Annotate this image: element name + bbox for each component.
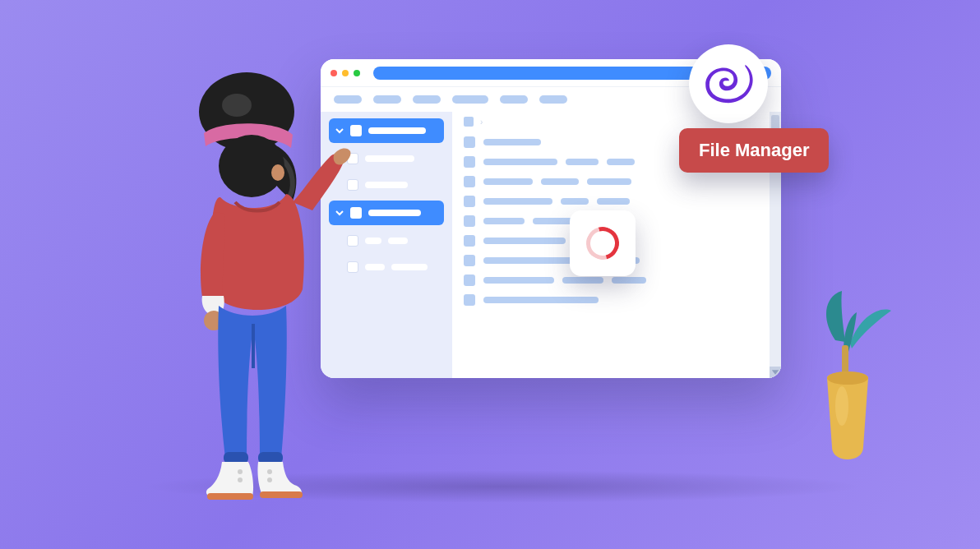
file-cell — [483, 218, 525, 224]
file-cell — [612, 277, 646, 284]
svg-point-12 — [238, 469, 243, 474]
svg-point-4 — [222, 94, 252, 117]
file-cell — [541, 178, 579, 185]
toolbar-item[interactable] — [373, 95, 401, 104]
file-icon — [464, 215, 475, 227]
sidebar-group-label — [368, 210, 421, 216]
sidebar-item-label — [388, 238, 408, 244]
file-row[interactable] — [464, 294, 758, 306]
file-cell — [607, 159, 635, 165]
svg-rect-8 — [224, 452, 248, 464]
file-icon — [464, 176, 475, 187]
file-icon — [464, 196, 475, 207]
toolbar-item[interactable] — [500, 95, 528, 104]
blazor-logo-icon — [704, 63, 753, 104]
file-cell — [562, 277, 603, 284]
chevron-right-icon: › — [480, 118, 483, 127]
sidebar-item-label — [365, 155, 414, 162]
file-cell — [597, 198, 630, 205]
svg-point-1 — [827, 371, 868, 385]
person-illustration — [155, 72, 368, 500]
file-cell — [483, 297, 599, 303]
file-cell — [561, 198, 589, 205]
toolbar-item[interactable] — [539, 95, 567, 104]
plant-decoration — [802, 291, 893, 496]
file-cell — [483, 277, 554, 284]
sidebar-item-label — [391, 264, 428, 270]
file-icon — [464, 294, 475, 306]
folder-icon — [464, 117, 474, 127]
file-cell — [483, 139, 541, 145]
sidebar-group-label — [368, 127, 426, 134]
file-manager-label: File Manager — [679, 128, 829, 173]
file-cell — [483, 178, 533, 185]
file-row[interactable] — [464, 176, 758, 187]
toolbar-item[interactable] — [452, 95, 488, 104]
file-icon — [464, 235, 475, 247]
file-icon — [464, 156, 475, 168]
svg-rect-11 — [260, 491, 303, 498]
file-cell — [483, 198, 552, 205]
svg-point-13 — [238, 477, 243, 482]
file-cell — [483, 159, 557, 165]
file-cell — [566, 159, 599, 165]
blazor-badge — [689, 44, 768, 123]
spinner-icon — [580, 221, 626, 266]
file-cell — [483, 238, 566, 244]
file-icon — [464, 136, 475, 148]
file-icon — [464, 274, 475, 286]
file-row[interactable] — [464, 196, 758, 207]
svg-point-6 — [271, 164, 284, 181]
toolbar-item[interactable] — [413, 95, 441, 104]
svg-point-2 — [835, 386, 848, 426]
file-cell — [483, 257, 582, 264]
file-cell — [587, 178, 631, 185]
file-icon — [464, 255, 475, 266]
svg-rect-9 — [258, 452, 283, 464]
sidebar-item-label — [365, 182, 408, 188]
svg-rect-10 — [207, 493, 253, 500]
loading-indicator — [570, 210, 636, 276]
scroll-down-button[interactable] — [770, 367, 781, 378]
svg-point-14 — [267, 469, 272, 474]
svg-point-15 — [267, 477, 272, 482]
file-row[interactable] — [464, 274, 758, 286]
breadcrumb: › — [464, 117, 483, 127]
